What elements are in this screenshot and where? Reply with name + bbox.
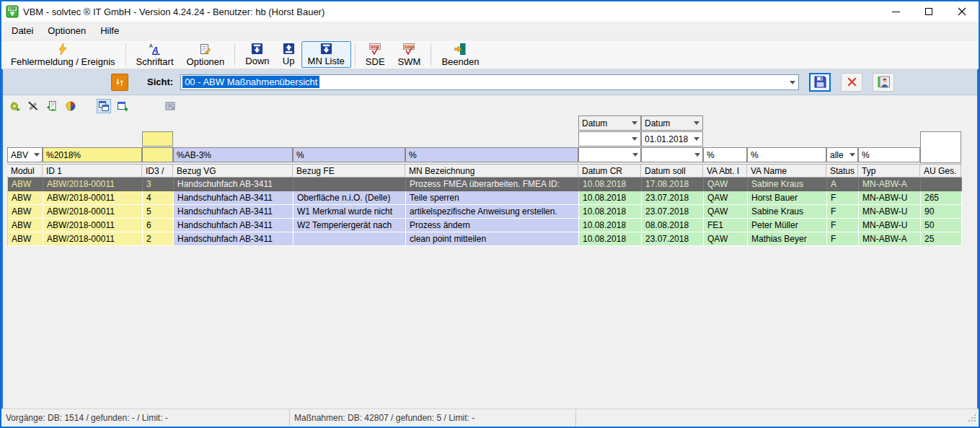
table-row[interactable]: ABWABW/2018-000112Handschuhfach AB-3411c… [8,232,962,246]
cell-modul: ABW [8,191,43,205]
table-row[interactable]: ABWABW/2018-000113Handschuhfach AB-3411P… [8,178,962,191]
modul-filter-combo[interactable]: ABV [7,147,43,162]
toolbar-button-schriftart[interactable]: AA Schriftart [130,41,180,68]
table-row[interactable]: ABWABW/2018-000114Handschuhfach AB-3411O… [8,191,962,205]
status-filter-combo[interactable]: alle [826,147,858,162]
close-button[interactable] [945,1,979,22]
toolbar-button-sde[interactable]: SDE SDE [359,41,392,68]
toolbar-button-label: SWM [398,56,421,67]
au-ges-filter[interactable] [920,131,961,163]
column-header-mn-bezeichnung[interactable]: MN Bezeichnung [405,165,578,177]
table-row[interactable]: ABWABW/2018-000115Handschuhfach AB-3411W… [8,205,962,219]
status-right [576,409,979,427]
toolbar-button-label: Beenden [441,56,479,67]
column-header-au-ges[interactable]: AU Ges. [920,165,961,177]
id3-filter[interactable] [142,147,173,162]
cell-au-ges: 265 [921,191,962,205]
chevron-down-icon [694,153,700,157]
column-header-id1[interactable]: ID 1 [43,165,142,177]
datum-cr-date-combo[interactable] [578,131,641,147]
menu-bar: Datei Optionen Hilfe [1,22,979,40]
sicht-combobox[interactable]: 00 - ABW Maßnahmenübersicht [180,74,799,90]
cell-datum-soll: 23.07.2018 [642,232,704,246]
column-header-typ[interactable]: Typ [858,165,920,177]
save-view-button[interactable] [809,73,831,92]
column-header-id3[interactable]: ID3 / [142,165,173,177]
cell-typ: MN-ABW-U [859,205,921,219]
column-header-bezug-fe[interactable]: Bezug FE [293,165,405,177]
run-settings-button[interactable] [7,99,22,113]
toolbar-button-beenden[interactable]: Beenden [435,41,485,68]
datum-soll-date-value: 01.01.2018 [645,134,688,144]
cell-va-abt: QAW [704,232,748,246]
cell-au-ges: 50 [921,219,962,232]
arrow-up-box-icon [283,43,295,55]
toolbar-button-fehlermeldung[interactable]: Fehlermeldung / Ereignis [4,41,122,68]
va-abt-filter-value: % [707,150,715,160]
datum-soll-field-selector[interactable]: Datum [641,115,703,131]
toolbar-button-down[interactable]: Down [239,41,275,68]
menu-optionen[interactable]: Optionen [40,22,93,39]
table-row[interactable]: ABWABW/2018-000116Handschuhfach AB-3411W… [8,219,962,232]
cell-mn-bezeichnung: artikelspezifische Anweisung erstellen. [406,205,579,219]
refresh-view-button[interactable] [111,74,128,91]
pie-chart-button[interactable] [63,99,78,113]
export-button[interactable] [45,99,59,113]
column-header-bezug-vg[interactable]: Bezug VG [173,165,293,177]
toolbar-button-mn-liste[interactable]: MN Liste [301,41,351,68]
menu-hilfe[interactable]: Hilfe [93,22,126,39]
cell-modul: ABW [8,232,43,246]
lightning-icon [56,43,69,56]
toolbar-button-label: Optionen [187,56,225,67]
column-header-va-name[interactable]: VA Name [747,165,826,177]
datum-soll-field-label: Datum [645,118,670,128]
user-portrait-icon [878,76,890,88]
va-name-filter[interactable]: % [747,147,826,162]
id1-filter-value: %2018% [46,150,81,160]
user-view-button[interactable] [873,73,894,92]
modul-filter-value: ABV [11,150,28,160]
new-window-button[interactable] [115,99,130,113]
cascade-windows-button[interactable] [97,99,111,113]
datum-soll-date-combo[interactable]: 01.01.2018 [641,131,703,147]
datum-cr-field-selector[interactable]: Datum [578,115,641,131]
close-icon [958,7,966,16]
bezug-fe-filter[interactable]: % [293,147,405,162]
chevron-down-icon [694,121,699,125]
bezug-vg-filter[interactable]: %AB-3% [173,147,293,162]
toolbar-button-label: Up [283,56,295,66]
chevron-down-icon [694,137,699,141]
cell-va-name: Mathias Beyer [748,232,827,246]
no-edit-button[interactable] [26,99,40,113]
toolbar-button-optionen[interactable]: Optionen [180,41,231,68]
column-header-va-abt[interactable]: VA Abt. I [703,165,747,177]
status-bar: Vorgänge: DB: 1514 / gefunden: - / Limit… [1,409,979,427]
cell-id1: ABW/2018-00011 [43,191,143,205]
column-header-datum-cr[interactable]: Datum CR [578,165,641,177]
cell-id1: ABW/2018-00011 [43,219,143,232]
sicht-selected-value: 00 - ABW Maßnahmenübersicht [182,76,319,88]
maximize-button[interactable] [912,1,945,22]
datum-cr-filter-combo[interactable] [578,147,641,162]
menu-datei[interactable]: Datei [4,22,40,39]
grid-toolbar [3,95,977,114]
toolbar-button-swm[interactable]: SWM SWM [392,41,428,68]
column-header-datum-soll[interactable]: Datum soll [641,165,703,177]
cell-va-abt: QAW [704,178,748,191]
id1-filter[interactable]: %2018% [43,147,142,162]
table-grid-button[interactable] [163,99,177,113]
cell-datum-cr: 10.08.2018 [579,232,642,246]
delete-view-button[interactable] [841,73,862,92]
cell-va-name: Sabine Kraus [748,178,827,191]
id3-extra-filter[interactable] [142,131,173,147]
datum-soll-filter-combo[interactable] [641,147,703,162]
toolbar-button-up[interactable]: Up [276,41,301,68]
minimize-button[interactable] [879,1,912,22]
column-header-modul[interactable]: Modul [7,165,43,177]
column-header-status[interactable]: Status [826,165,858,177]
cell-modul: ABW [8,219,43,232]
mn-bezeichnung-filter[interactable]: % [405,147,578,162]
va-abt-filter[interactable]: % [703,147,747,162]
typ-filter[interactable]: % [858,147,920,162]
app-window: VBM VBM - solvtec ® IT GmbH - Version 4.… [0,0,980,428]
